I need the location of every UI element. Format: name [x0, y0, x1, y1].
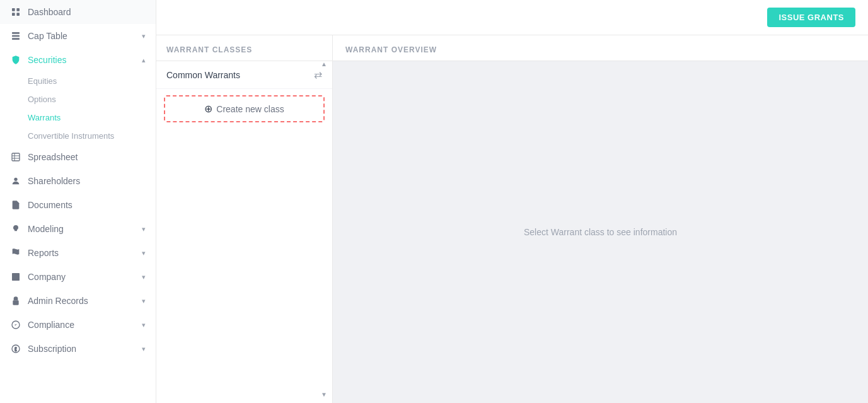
sidebar-item-label: Modeling [28, 224, 64, 234]
sidebar-item-label: Subscription [28, 344, 76, 354]
sidebar-item-label: Shareholders [28, 176, 80, 186]
svg-rect-14 [13, 300, 18, 305]
flag-icon [10, 247, 21, 259]
svg-rect-1 [16, 8, 20, 11]
svg-rect-3 [16, 13, 20, 16]
warrant-overview-header: WARRANT OVERVIEW [333, 35, 868, 61]
spreadsheet-icon [10, 151, 21, 163]
document-icon [10, 199, 21, 211]
sidebar-item-label: Dashboard [28, 7, 71, 17]
svg-rect-5 [12, 35, 20, 37]
svg-rect-4 [12, 32, 20, 34]
sidebar-item-label: Admin Records [28, 296, 88, 306]
shield-icon [10, 54, 21, 66]
sidebar-item-admin-records[interactable]: Admin Records ▾ [0, 289, 156, 313]
sidebar-item-label: Spreadsheet [28, 152, 78, 162]
create-new-class-button[interactable]: ⊕ Create new class [164, 95, 325, 122]
main-content: ISSUE GRANTS WARRANT CLASSES Common Warr… [156, 0, 868, 403]
content-area: WARRANT CLASSES Common Warrants ⇄ ⊕ Crea… [156, 35, 868, 403]
svg-rect-13 [12, 273, 20, 281]
sub-item-label: Warrants [28, 113, 61, 122]
lock-icon [10, 295, 21, 307]
sidebar-item-label: Documents [28, 200, 72, 210]
chevron-down-icon: ▾ [142, 321, 146, 329]
sidebar-item-compliance[interactable]: Compliance ▾ [0, 313, 156, 337]
scroll-down-indicator: ▼ [321, 391, 327, 398]
plus-circle-icon: ⊕ [204, 103, 212, 115]
warrant-overview-empty-message: Select Warrant class to see information [333, 61, 868, 403]
chevron-down-icon: ▾ [142, 225, 146, 233]
sidebar: Dashboard Cap Table ▾ Securities ▴ Equit… [0, 0, 156, 403]
chevron-down-icon: ▾ [142, 32, 146, 40]
warrant-overview-panel: WARRANT OVERVIEW Select Warrant class to… [333, 35, 868, 403]
sub-item-label: Equities [28, 76, 57, 86]
dollar-icon [10, 343, 21, 354]
check-circle-icon [10, 319, 21, 330]
sidebar-item-securities[interactable]: Securities ▴ [0, 48, 156, 72]
sidebar-item-documents[interactable]: Documents [0, 193, 156, 217]
sidebar-item-label: Compliance [28, 320, 74, 330]
svg-point-11 [14, 178, 17, 181]
chevron-down-icon: ▾ [142, 249, 146, 257]
bulb-icon [10, 223, 21, 235]
chevron-down-icon: ▾ [142, 345, 146, 353]
sidebar-sub-item-warrants[interactable]: Warrants [0, 108, 156, 127]
sidebar-item-label: Securities [28, 55, 66, 65]
sub-item-label: Convertible Instruments [28, 131, 114, 141]
sidebar-item-label: Cap Table [28, 31, 67, 41]
scroll-up-indicator: ▲ [321, 61, 327, 67]
create-new-class-label: Create new class [216, 104, 284, 114]
sidebar-sub-item-options[interactable]: Options [0, 90, 156, 108]
sidebar-sub-item-equities[interactable]: Equities [0, 72, 156, 90]
empty-state-text: Select Warrant class to see information [524, 227, 677, 237]
warrant-classes-header: WARRANT CLASSES [156, 35, 332, 61]
warrant-classes-panel: WARRANT CLASSES Common Warrants ⇄ ⊕ Crea… [156, 35, 333, 403]
sidebar-item-label: Reports [28, 248, 59, 258]
topbar: ISSUE GRANTS [156, 0, 868, 35]
sidebar-item-spreadsheet[interactable]: Spreadsheet [0, 145, 156, 169]
svg-rect-6 [12, 38, 20, 40]
sidebar-item-modeling[interactable]: Modeling ▾ [0, 217, 156, 241]
svg-rect-0 [12, 8, 15, 11]
grid-icon [10, 6, 21, 18]
sidebar-item-cap-table[interactable]: Cap Table ▾ [0, 24, 156, 48]
move-icon: ⇄ [314, 69, 322, 81]
sidebar-item-shareholders[interactable]: Shareholders [0, 169, 156, 193]
sidebar-sub-item-convertible-instruments[interactable]: Convertible Instruments [0, 127, 156, 145]
sidebar-item-dashboard[interactable]: Dashboard [0, 0, 156, 24]
sidebar-item-label: Company [28, 272, 66, 282]
warrant-class-item-common-warrants[interactable]: Common Warrants ⇄ [156, 61, 332, 89]
sidebar-item-company[interactable]: Company ▾ [0, 265, 156, 289]
building-icon [10, 271, 21, 283]
sidebar-item-reports[interactable]: Reports ▾ [0, 241, 156, 265]
sub-item-label: Options [28, 95, 56, 104]
table-icon [10, 30, 21, 42]
chevron-down-icon: ▾ [142, 273, 146, 281]
chevron-up-icon: ▴ [142, 56, 146, 64]
svg-rect-7 [12, 153, 20, 161]
issue-grants-button[interactable]: ISSUE GRANTS [767, 8, 855, 27]
sidebar-item-subscription[interactable]: Subscription ▾ [0, 337, 156, 361]
user-icon [10, 175, 21, 187]
chevron-down-icon: ▾ [142, 297, 146, 305]
svg-rect-2 [12, 13, 15, 16]
warrant-class-label: Common Warrants [166, 70, 240, 80]
